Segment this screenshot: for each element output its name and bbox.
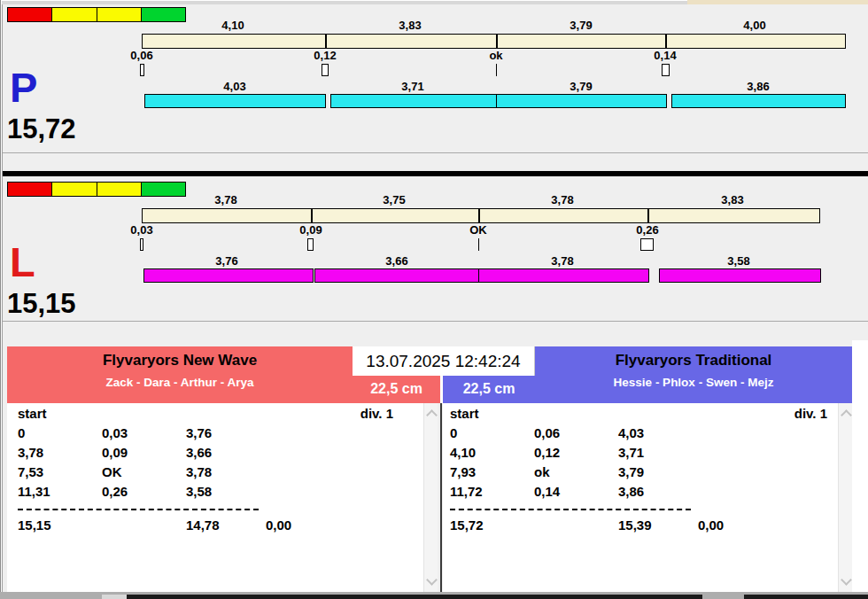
run-time-bar — [314, 268, 480, 283]
exchange-gap-marker — [662, 64, 670, 76]
table-row: 11,720,143,86 — [450, 484, 838, 503]
exchange-ok-marker — [478, 238, 479, 251]
color-scale-segment — [97, 183, 142, 196]
table-header-div: div. 1 — [794, 406, 827, 421]
totals-row: 15,72 15,39 0,00 — [450, 517, 838, 537]
app-window: 4,103,833,794,000,060,12ok0,144,033,713,… — [0, 0, 868, 599]
table-cell: 11,31 — [18, 484, 50, 499]
team-title-right: Flyvaryors Traditional — [535, 352, 852, 370]
table-cell: 0,09 — [102, 445, 128, 460]
leg-divider-tick — [311, 209, 313, 222]
table-cell: 4,10 — [450, 445, 476, 460]
lane-total-time: 15,72 — [7, 114, 76, 144]
run-time-label: 3,76 — [191, 254, 262, 268]
leg-time-label: 3,79 — [546, 19, 616, 32]
scrollbar-left-table[interactable] — [423, 403, 438, 592]
leg-divider-tick — [325, 35, 327, 48]
lane-letter: L — [10, 241, 35, 283]
table-cell: 0,12 — [534, 445, 560, 460]
total-penalty: 0,00 — [698, 517, 724, 533]
table-row: 7,53OK3,78 — [18, 464, 423, 484]
color-scale-bar — [7, 182, 186, 197]
leg-time-label: 3,75 — [359, 193, 430, 206]
leg-time-label: 4,10 — [198, 19, 268, 32]
run-time-label: 3,79 — [546, 80, 616, 93]
table-divider — [440, 403, 442, 592]
bottom-strip-segment — [102, 595, 127, 599]
table-cell: 0,03 — [102, 425, 128, 440]
table-rows: 00,033,763,780,093,667,53OK3,7811,310,26… — [18, 425, 423, 503]
bottom-strip-dark-bar — [744, 595, 868, 599]
exchange-gap-label: 0,26 — [612, 223, 683, 237]
run-time-label: 3,71 — [377, 80, 448, 93]
leg-time-bar — [142, 208, 820, 223]
totals-row: 15,15 14,78 0,00 — [18, 517, 423, 537]
table-cell: 0 — [450, 425, 457, 440]
exchange-gap-marker — [640, 238, 654, 251]
lane-letter: P — [10, 66, 37, 108]
table-row: 3,780,093,66 — [18, 445, 423, 464]
table-cell: 7,53 — [18, 464, 43, 479]
exchange-gap-label: 0,14 — [630, 49, 701, 62]
run-time-bar — [143, 268, 314, 283]
scroll-up-icon[interactable] — [426, 409, 438, 421]
run-time-label: 3,78 — [527, 254, 598, 268]
color-scale-segment — [8, 8, 52, 21]
scroll-up-icon[interactable] — [841, 409, 852, 421]
color-scale-segment — [142, 183, 185, 196]
team-title-left: Flyvaryors New Wave — [7, 352, 353, 370]
exchange-gap-label: 0,03 — [106, 223, 177, 237]
exchange-ok-marker — [496, 64, 497, 76]
results-table-left: start div. 1 00,033,763,780,093,667,53OK… — [7, 403, 423, 592]
totals-separator — [450, 509, 691, 510]
table-cell: ok — [534, 464, 550, 479]
leg-divider-tick — [647, 209, 649, 222]
run-time-label: 4,03 — [199, 80, 270, 93]
scroll-down-icon[interactable] — [426, 574, 438, 586]
table-cell: 3,66 — [186, 445, 212, 460]
leg-time-label: 3,83 — [697, 193, 768, 206]
leg-time-label: 3,78 — [190, 193, 261, 206]
color-scale-bar — [7, 7, 186, 22]
total-run-time: 15,39 — [618, 517, 652, 533]
table-cell: 0,26 — [102, 484, 128, 499]
table-cell: 3,76 — [186, 425, 212, 440]
bottom-strip-dark-bar — [127, 595, 702, 599]
exchange-gap-label: 0,06 — [106, 49, 177, 62]
table-row: 00,033,76 — [18, 425, 423, 445]
total-time: 15,72 — [450, 517, 484, 533]
color-scale-segment — [52, 8, 97, 21]
datetime-display: 13.07.2025 12:42:24 — [353, 346, 535, 376]
table-row: 00,064,03 — [450, 425, 838, 445]
exchange-gap-marker — [140, 238, 143, 251]
table-header-start: start — [450, 406, 479, 421]
exchange-gap-label: 0,09 — [275, 223, 346, 237]
total-time: 15,15 — [18, 517, 51, 533]
scrollbar-right-table[interactable] — [838, 403, 852, 592]
table-row: 7,93ok3,79 — [450, 464, 838, 484]
team-members-right: Hessie - Phlox - Swen - Mejz — [535, 376, 852, 389]
run-time-label: 3,66 — [361, 254, 432, 268]
scroll-down-icon[interactable] — [841, 574, 852, 586]
lane-panel-L: 3,783,753,783,830,030,09OK0,263,763,663,… — [0, 179, 868, 327]
totals-separator — [18, 509, 259, 510]
run-time-bar — [478, 268, 649, 283]
color-scale-segment — [52, 183, 97, 196]
table-cell: 3,78 — [18, 445, 43, 460]
exchange-gap-label: ok — [461, 49, 531, 62]
color-scale-segment — [8, 183, 52, 196]
table-row: 11,310,263,58 — [18, 484, 423, 503]
run-time-bar — [671, 94, 846, 108]
run-time-bar — [144, 94, 326, 108]
table-cell: 3,58 — [186, 484, 212, 499]
exchange-gap-label: 0,12 — [290, 49, 360, 62]
table-cell: 7,93 — [450, 464, 476, 479]
run-time-bar — [659, 268, 821, 283]
run-time-label: 3,58 — [703, 254, 774, 268]
table-row: 4,100,123,71 — [450, 445, 838, 464]
exchange-gap-marker — [322, 64, 329, 76]
table-rows: 00,064,034,100,123,717,93ok3,7911,720,14… — [450, 425, 838, 503]
run-time-bar — [330, 94, 498, 108]
leg-divider-tick — [478, 209, 480, 222]
leg-time-label: 3,83 — [375, 19, 446, 32]
